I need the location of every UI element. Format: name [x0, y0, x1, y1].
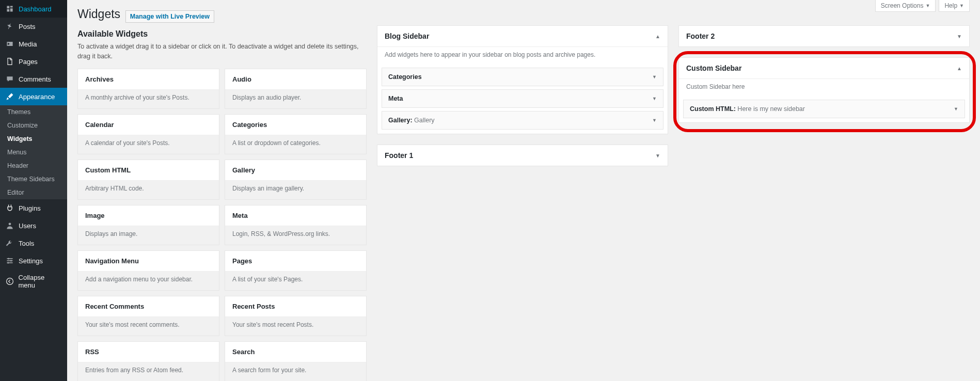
widget-title: Audio: [225, 69, 366, 89]
comment-icon: [5, 74, 14, 84]
available-widget[interactable]: Custom HTMLArbitrary HTML code.: [77, 160, 219, 200]
placed-widget[interactable]: Gallery: Gallery▼: [382, 111, 663, 130]
nav-label: Media: [19, 40, 37, 48]
nav-users[interactable]: Users: [0, 217, 67, 234]
chevron-up-icon: ▲: [655, 34, 660, 39]
nav-label: Appearance: [19, 93, 55, 101]
available-widget[interactable]: CalendarA calendar of your site's Posts.: [77, 114, 219, 154]
page-title: Widgets: [77, 0, 120, 25]
screen-options-tab[interactable]: Screen Options ▼: [875, 0, 936, 12]
placed-widget-title: Gallery: Gallery: [388, 117, 435, 124]
nav-pages[interactable]: Pages: [0, 53, 67, 70]
widget-area-header[interactable]: Footer 2▼: [679, 26, 969, 46]
widget-area-header[interactable]: Blog Sidebar▲: [377, 26, 668, 47]
available-widget[interactable]: SearchA search form for your site.: [225, 341, 367, 382]
widget-area-desc: Custom Sidebar here: [679, 79, 969, 97]
placed-widget-title: Meta: [388, 95, 403, 102]
widget-area-blog-sidebar: Blog Sidebar▲Add widgets here to appear …: [377, 25, 668, 134]
screen-options-label: Screen Options: [881, 2, 924, 9]
nav-tools[interactable]: Tools: [0, 234, 67, 252]
available-widget[interactable]: MetaLogin, RSS, & WordPress.org links.: [225, 205, 367, 245]
available-widget[interactable]: RSSEntries from any RSS or Atom feed.: [77, 341, 219, 382]
nav-label: Settings: [19, 257, 43, 265]
widget-desc: Your site's most recent Posts.: [225, 316, 366, 336]
svg-point-0: [9, 223, 11, 225]
nav-dashboard[interactable]: Dashboard: [0, 0, 67, 18]
pin-icon: [5, 22, 14, 31]
widget-areas-col1: Blog Sidebar▲Add widgets here to appear …: [377, 25, 668, 177]
available-widgets-heading: Available Widgets: [77, 29, 367, 39]
dashboard-icon: [5, 4, 14, 13]
widget-desc: A search form for your site.: [225, 362, 366, 381]
nav-appearance[interactable]: Appearance: [0, 88, 67, 105]
placed-widget-title: Categories: [388, 73, 422, 81]
chevron-down-icon: ▼: [655, 153, 660, 158]
subnav-menus[interactable]: Menus: [0, 146, 67, 159]
widget-area-header[interactable]: Footer 1▼: [377, 145, 668, 166]
chevron-down-icon: ▼: [959, 3, 964, 8]
widget-title: Navigation Menu: [78, 251, 219, 271]
nav-label: Plugins: [19, 204, 41, 212]
widget-title: Archives: [78, 69, 219, 89]
sliders-icon: [5, 256, 14, 265]
widget-area-custom-sidebar: Custom Sidebar▲Custom Sidebar hereCustom…: [678, 57, 970, 123]
widget-desc: Displays an image gallery.: [225, 180, 366, 199]
nav-plugins[interactable]: Plugins: [0, 199, 67, 217]
chevron-down-icon: ▼: [957, 34, 962, 39]
available-widget[interactable]: AudioDisplays an audio player.: [225, 69, 367, 109]
widget-title: Recent Comments: [78, 296, 219, 316]
nav-collapse[interactable]: Collapse menu: [0, 269, 67, 293]
brush-icon: [5, 92, 14, 101]
available-widget[interactable]: ImageDisplays an image.: [77, 205, 219, 245]
placed-widget[interactable]: Custom HTML: Here is my new sidebar▼: [683, 100, 965, 118]
widget-title: Pages: [225, 251, 366, 271]
media-icon: [5, 39, 14, 49]
admin-sidebar: DashboardPostsMediaPagesCommentsAppearan…: [0, 0, 67, 381]
available-widget[interactable]: Navigation MenuAdd a navigation menu to …: [77, 250, 219, 291]
available-widget[interactable]: ArchivesA monthly archive of your site's…: [77, 69, 219, 109]
available-widget[interactable]: Recent CommentsYour site's most recent c…: [77, 296, 219, 336]
widget-desc: Displays an audio player.: [225, 89, 366, 108]
widget-area-desc: Add widgets here to appear in your sideb…: [377, 47, 668, 65]
placed-widget[interactable]: Categories▼: [382, 68, 663, 86]
chevron-down-icon: ▼: [652, 118, 657, 123]
subnav-theme-sidebars[interactable]: Theme Sidebars: [0, 172, 67, 186]
widget-area-title: Footer 2: [686, 32, 715, 40]
widget-title: Image: [78, 205, 219, 226]
available-widget[interactable]: PagesA list of your site's Pages.: [225, 250, 367, 291]
widget-title: Gallery: [225, 160, 366, 180]
subnav-header[interactable]: Header: [0, 159, 67, 172]
widget-area-footer-2: Footer 2▼: [678, 25, 970, 47]
help-tab[interactable]: Help ▼: [939, 0, 970, 12]
chevron-down-icon: ▼: [954, 106, 958, 112]
placed-widget-title: Custom HTML: Here is my new sidebar: [690, 105, 805, 113]
page-icon: [5, 57, 14, 66]
nav-label: Comments: [19, 75, 51, 83]
nav-label: Dashboard: [19, 5, 52, 13]
available-widget[interactable]: GalleryDisplays an image gallery.: [225, 160, 367, 200]
available-widgets-grid: ArchivesA monthly archive of your site's…: [77, 69, 367, 382]
nav-settings[interactable]: Settings: [0, 252, 67, 269]
widget-area-title: Custom Sidebar: [686, 64, 741, 72]
subnav-themes[interactable]: Themes: [0, 105, 67, 119]
widget-desc: A calendar of your site's Posts.: [78, 135, 219, 154]
svg-point-3: [7, 262, 9, 263]
widget-title: Categories: [225, 115, 366, 135]
nav-label: Posts: [19, 23, 36, 30]
nav-posts[interactable]: Posts: [0, 18, 67, 35]
placed-widget[interactable]: Meta▼: [382, 89, 663, 108]
subnav-editor[interactable]: Editor: [0, 186, 67, 199]
nav-media[interactable]: Media: [0, 35, 67, 53]
widget-desc: Arbitrary HTML code.: [78, 180, 219, 199]
widget-title: RSS: [78, 342, 219, 362]
nav-label: Tools: [19, 240, 34, 247]
nav-comments[interactable]: Comments: [0, 70, 67, 88]
subnav-customize[interactable]: Customize: [0, 119, 67, 132]
available-widgets-desc: To activate a widget drag it to a sideba…: [77, 42, 367, 61]
manage-live-preview-button[interactable]: Manage with Live Preview: [125, 10, 214, 23]
plug-icon: [5, 203, 14, 213]
subnav-widgets[interactable]: Widgets: [0, 132, 67, 146]
available-widget[interactable]: CategoriesA list or dropdown of categori…: [225, 114, 367, 154]
widget-area-header[interactable]: Custom Sidebar▲: [679, 58, 969, 79]
available-widget[interactable]: Recent PostsYour site's most recent Post…: [225, 296, 367, 336]
